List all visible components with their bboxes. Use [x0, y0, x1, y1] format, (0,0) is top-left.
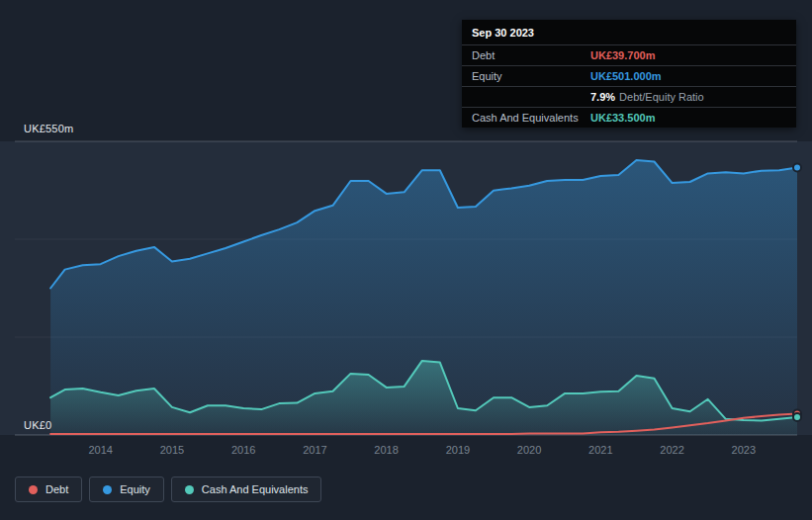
- cash-legend-dot-icon: [185, 485, 194, 494]
- cash-and-equivalents-end-dot: [793, 413, 801, 421]
- legend-item-debt-label: Debt: [45, 483, 68, 495]
- x-tick-label: 2015: [160, 444, 184, 456]
- x-tick-label: 2018: [374, 444, 398, 456]
- x-tick-label: 2021: [588, 444, 612, 456]
- equity-legend-dot-icon: [103, 485, 112, 494]
- x-tick-label: 2017: [303, 444, 326, 456]
- tooltip-debt-value: UK£39.700m: [590, 49, 786, 61]
- y-axis-zero-label: UK£0: [24, 419, 51, 431]
- tooltip-cash-label: Cash And Equivalents: [472, 112, 590, 124]
- tooltip-ratio-value: 7.9%: [590, 91, 615, 103]
- legend-item-debt[interactable]: Debt: [15, 477, 82, 502]
- y-axis-max-label: UK£550m: [24, 123, 73, 134]
- legend-item-cash[interactable]: Cash And Equivalents: [171, 477, 322, 502]
- tooltip-row-debt: Debt UK£39.700m: [462, 44, 796, 65]
- tooltip-ratio: 7.9%Debt/Equity Ratio: [590, 91, 786, 103]
- legend-item-equity[interactable]: Equity: [89, 477, 164, 502]
- chart-legend: Debt Equity Cash And Equivalents: [15, 477, 321, 502]
- chart-tooltip: Sep 30 2023 Debt UK£39.700m Equity UK£50…: [462, 20, 796, 128]
- tooltip-equity-label: Equity: [472, 70, 590, 82]
- tooltip-equity-value: UK£501.000m: [590, 70, 786, 82]
- tooltip-row-equity: Equity UK£501.000m: [462, 65, 796, 86]
- x-tick-label: 2014: [88, 444, 112, 456]
- legend-item-equity-label: Equity: [120, 483, 150, 495]
- x-tick-label: 2016: [231, 444, 255, 456]
- x-tick-label: 2023: [732, 444, 756, 456]
- tooltip-row-ratio: 7.9%Debt/Equity Ratio: [462, 86, 796, 107]
- debt-equity-history-chart: 2014201520162017201820192020202120222023…: [0, 0, 812, 520]
- tooltip-ratio-label: Debt/Equity Ratio: [619, 91, 704, 103]
- debt-legend-dot-icon: [29, 485, 38, 494]
- x-tick-label: 2020: [517, 444, 541, 456]
- tooltip-date: Sep 30 2023: [462, 20, 796, 44]
- x-tick-label: 2019: [446, 444, 470, 456]
- legend-item-cash-label: Cash And Equivalents: [202, 483, 309, 495]
- tooltip-debt-label: Debt: [472, 49, 590, 61]
- tooltip-cash-value: UK£33.500m: [590, 112, 786, 124]
- x-tick-label: 2022: [660, 444, 683, 456]
- tooltip-row-cash: Cash And Equivalents UK£33.500m: [462, 107, 796, 128]
- equity-end-dot: [793, 164, 801, 172]
